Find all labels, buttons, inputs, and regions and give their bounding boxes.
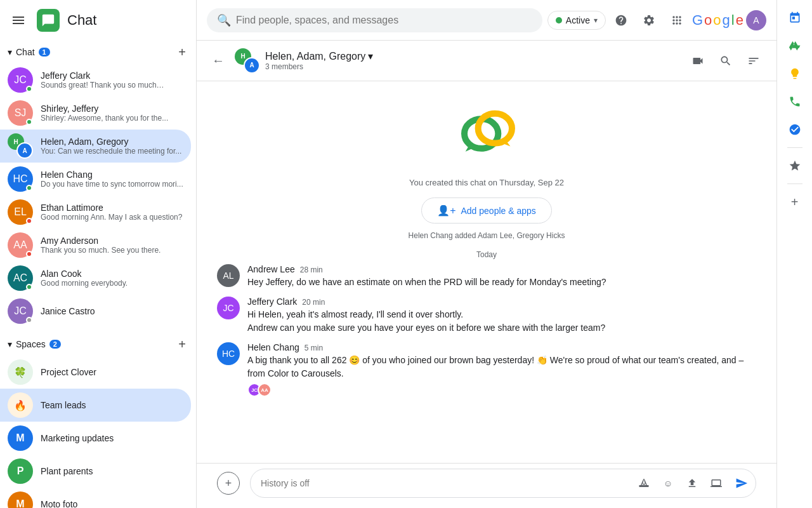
avatar-layer-2: A [244, 57, 260, 74]
chat-item-helen-adam-gregory[interactable]: H A Helen, Adam, Gregory You: Can we res… [0, 130, 191, 163]
new-chat-button[interactable]: + [173, 43, 191, 61]
apps-button[interactable] [664, 8, 690, 33]
chat-item-ethan[interactable]: EL Ethan Lattimore Good morning Ann. May… [0, 196, 191, 229]
space-item-project-clover[interactable]: 🍀 Project Clover [0, 356, 191, 389]
send-button[interactable] [730, 472, 753, 495]
avatar: JC [8, 67, 33, 93]
chat-section-chevron: ▾ [8, 47, 12, 57]
add-panel-button[interactable]: + [782, 189, 808, 215]
space-item-moto[interactable]: M Moto foto [0, 488, 191, 508]
space-item-plant[interactable]: P Plant parents [0, 455, 191, 488]
sidebar: Chat ▾ Chat 1 + JC Jeffery Clark Sounds … [0, 0, 197, 508]
search-input[interactable] [236, 15, 532, 26]
format-text-button[interactable] [632, 472, 655, 495]
status-dot-online [26, 86, 32, 92]
chat-name: Alan Cook [41, 269, 183, 279]
space-icon: 🍀 [8, 359, 33, 385]
message-header: Jeffery Clark 20 min [247, 297, 756, 307]
space-item-team-leads[interactable]: 🔥 Team leads [0, 389, 191, 422]
drive-panel-button[interactable] [782, 33, 808, 58]
video-call-button[interactable] [685, 48, 710, 74]
chat-info: Helen Chang Do you have time to sync tom… [41, 170, 183, 189]
space-name: Team leads [41, 400, 86, 410]
chat-item-alan[interactable]: AC Alan Cook Good morning everybody. [0, 262, 191, 295]
user-avatar[interactable]: A [746, 10, 766, 30]
chat-list: JC Jeffery Clark Sounds great! Thank you… [0, 64, 196, 328]
calendar-panel-button[interactable] [782, 5, 808, 30]
active-status-button[interactable]: Active ▾ [547, 11, 606, 30]
avatar-initials: HC [13, 173, 27, 185]
chat-preview: Thank you so much. See you there. [41, 246, 183, 255]
add-people-button[interactable]: 👤+ Add people & apps [421, 197, 552, 224]
input-row: ☺ [251, 469, 756, 497]
avatar: AC [8, 265, 33, 291]
search-in-chat-button[interactable] [713, 48, 738, 74]
status-dot-dnd [26, 218, 32, 224]
screen-share-button[interactable] [705, 472, 728, 495]
starred-panel-button[interactable] [782, 153, 808, 178]
search-container: 🔍 [207, 8, 542, 32]
chat-header-name[interactable]: Helen, Adam, Gregory ▾ [265, 50, 680, 62]
chat-name: Jeffery Clark [41, 70, 165, 81]
spaces-section-chevron: ▾ [8, 339, 12, 349]
space-name: Marketing updates [41, 433, 114, 443]
chat-section-header[interactable]: ▾ Chat 1 + [0, 41, 196, 64]
spaces-section-header[interactable]: ▾ Spaces 2 + [0, 333, 196, 356]
chat-created-info: You created this chat on Thursday, Sep 2… [217, 178, 756, 187]
message-input[interactable] [261, 473, 630, 493]
message-header: Andrew Lee 28 min [247, 264, 756, 274]
chat-name: Shirley, Jeffery [41, 104, 183, 114]
message-content: Andrew Lee 28 min Hey Jeffery, do we hav… [247, 264, 756, 289]
add-people-btn-container: 👤+ Add people & apps [421, 197, 552, 224]
chat-item-jeffery[interactable]: JC Jeffery Clark Sounds great! Thank you… [0, 64, 191, 97]
space-icon: 🔥 [8, 392, 33, 418]
chat-item-helen-chang[interactable]: HC Helen Chang Do you have time to sync … [0, 163, 191, 196]
status-dot-dnd [26, 251, 32, 257]
message-input-container: ☺ [250, 469, 756, 498]
chat-name: Helen Chang [41, 170, 183, 180]
chat-name: Janice Castro [41, 306, 183, 316]
chat-item-amy[interactable]: AA Amy Anderson Thank you so much. See y… [0, 229, 191, 262]
add-people-label: Add people & apps [461, 206, 536, 216]
input-area: + ☺ [197, 463, 776, 508]
message-text: Hi Helen, yeah it's almost ready, I'll s… [247, 308, 756, 335]
hamburger-icon[interactable] [8, 10, 29, 31]
space-name: Moto foto [41, 499, 77, 508]
chat-info: Ethan Lattimore Good morning Ann. May I … [41, 203, 183, 222]
new-space-button[interactable]: + [173, 335, 191, 353]
chat-preview: You: Can we reschedule the meeting for..… [41, 147, 183, 156]
message-content: Jeffery Clark 20 min Hi Helen, yeah it's… [247, 297, 756, 335]
chat-name: Ethan Lattimore [41, 203, 183, 213]
avatar-initials: AC [13, 272, 27, 284]
sidebar-content: ▾ Chat 1 + JC Jeffery Clark Sounds great… [0, 41, 196, 508]
chat-section-label: Chat [16, 47, 35, 57]
message-sender: Andrew Lee [247, 264, 295, 274]
help-button[interactable] [608, 8, 634, 33]
keep-panel-button[interactable] [782, 61, 808, 86]
add-attachment-button[interactable]: + [217, 472, 240, 495]
back-button[interactable]: ← [207, 50, 230, 72]
space-icon: P [8, 458, 33, 484]
chat-item-janice[interactable]: JC Janice Castro [0, 295, 191, 328]
chat-item-shirley[interactable]: SJ Shirley, Jeffery Shirley: Awesome, th… [0, 97, 191, 130]
message-group-jeffery: JC Jeffery Clark 20 min Hi Helen, yeah i… [217, 297, 756, 335]
avatar-initials: JC [14, 74, 27, 86]
phone-panel-button[interactable] [782, 89, 808, 114]
emoji-button[interactable]: ☺ [657, 472, 679, 495]
message-avatar: HC [217, 342, 240, 365]
app-title: Chat [67, 12, 96, 29]
chat-info: Alan Cook Good morning everybody. [41, 269, 183, 288]
message-text: A big thank you to all 262 😊 of you who … [247, 354, 756, 380]
right-panel: + [776, 0, 812, 508]
upload-button[interactable] [681, 472, 704, 495]
space-item-marketing[interactable]: M Marketing updates [0, 422, 191, 455]
tasks-panel-button[interactable] [782, 117, 808, 142]
chat-header-name-text: Helen, Adam, Gregory [265, 51, 365, 62]
message-avatar: AL [217, 264, 240, 287]
chat-info: Jeffery Clark Sounds great! Thank you so… [41, 70, 165, 90]
settings-button[interactable] [636, 8, 662, 33]
chat-info: Janice Castro [41, 306, 183, 316]
message-header: Helen Chang 5 min [247, 342, 756, 352]
message-group-helen: HC Helen Chang 5 min A big thank you to … [217, 342, 756, 397]
panel-toggle-button[interactable] [741, 48, 766, 74]
